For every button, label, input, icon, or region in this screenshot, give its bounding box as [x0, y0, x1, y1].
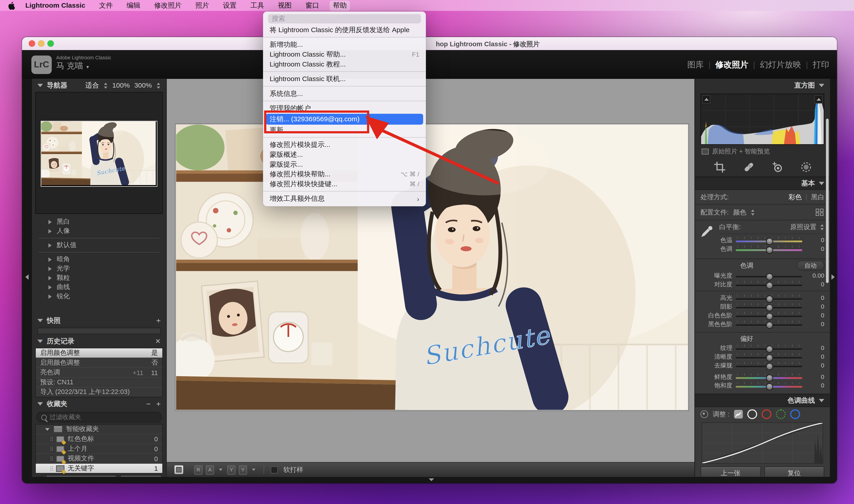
menu-item-help[interactable]: Lightroom Classic 帮助...F1 [263, 50, 426, 59]
menu-item-tutorials[interactable]: Lightroom Classic 教程... [263, 59, 426, 69]
highlight-clipping-indicator[interactable] [815, 95, 823, 103]
preset-item[interactable]: 默认值 [32, 240, 166, 250]
collection-row[interactable]: 红色色标0 [36, 434, 162, 444]
preset-item[interactable]: 暗角 [32, 255, 166, 264]
history-row[interactable]: 启用颜色调整是 [36, 348, 162, 358]
module-print[interactable]: 打印 [813, 60, 829, 70]
blacks-slider[interactable]: 黑色色阶 0 [695, 319, 830, 328]
stepper-icon[interactable] [156, 83, 161, 89]
history-header[interactable]: 历史记录 ✕ [32, 335, 166, 348]
texture-slider[interactable]: 纹理 0 [695, 343, 830, 352]
collections-filter[interactable]: 过滤收藏夹 [36, 412, 162, 422]
paste-settings-button[interactable]: 粘贴 [120, 475, 162, 477]
collections-header[interactable]: 收藏夹 − + [32, 397, 166, 410]
filmstrip-toggle-arrow[interactable] [429, 479, 434, 481]
zoom-fit[interactable]: 适合 [85, 81, 99, 90]
menu-item-online[interactable]: Lightroom Classic 联机... [263, 74, 426, 84]
menubar-item-photo[interactable]: 照片 [192, 0, 213, 11]
stepper-icon[interactable] [103, 83, 108, 89]
previous-button[interactable]: 上一张 [700, 467, 761, 477]
menu-item-sign-out[interactable]: 注销... (329369569@qq.com) [266, 114, 423, 124]
menu-search-field[interactable]: 搜索 [268, 14, 421, 23]
luma-channel-icon[interactable] [747, 409, 757, 419]
menubar-item-settings[interactable]: 设置 [220, 0, 240, 11]
dehaze-slider[interactable]: 去朦胧 0 [695, 361, 830, 370]
red-eye-tool-icon[interactable] [771, 161, 783, 173]
preset-item[interactable]: 锐化 [32, 292, 166, 301]
navigator-header[interactable]: 导航器 适合 100% 300% [32, 79, 166, 92]
menu-item-whats-new[interactable]: 新增功能... [263, 40, 426, 50]
reset-button[interactable]: 复位 [764, 467, 824, 477]
clear-history-button[interactable]: ✕ [155, 337, 161, 345]
zoom-window-button[interactable] [48, 40, 54, 47]
preset-item[interactable]: 曲线 [32, 283, 166, 292]
history-row[interactable]: 启用颜色调整否 [36, 358, 162, 368]
before-after-tb-button[interactable]: Y [227, 465, 236, 474]
targeted-adjust-icon[interactable] [700, 410, 708, 418]
history-row[interactable]: 导入 (2022/3/21 上午12:22:03) [36, 388, 162, 397]
menu-item-module-help[interactable]: 修改照片模块帮助...⌥ ⌘ / [263, 169, 426, 179]
menu-item-mask-tips[interactable]: 蒙版提示... [263, 160, 426, 169]
whites-slider[interactable]: 白色色阶 0 [695, 311, 830, 320]
exposure-slider[interactable]: 曝光度 0.00 [695, 271, 830, 280]
zoom-100[interactable]: 100% [112, 82, 130, 89]
copy-settings-button[interactable]: 拷贝... [46, 475, 117, 477]
stepper-icon[interactable] [820, 224, 824, 230]
minimize-window-button[interactable] [38, 40, 45, 47]
treatment-bw[interactable]: 黑白 [811, 193, 824, 202]
remove-collection-button[interactable]: − [146, 399, 151, 408]
shadows-slider[interactable]: 阴影 0 [695, 302, 830, 311]
histogram[interactable] [700, 94, 824, 145]
menubar-item-help[interactable]: 帮助 [330, 0, 350, 11]
highlights-slider[interactable]: 高光 0 [695, 293, 830, 302]
history-row[interactable]: 亮色调+1111 [36, 368, 162, 378]
contrast-slider[interactable]: 对比度 0 [695, 280, 830, 289]
loupe-view-button[interactable] [174, 465, 183, 474]
tone-curve-plot[interactable] [702, 422, 823, 464]
healing-tool-icon[interactable] [743, 161, 755, 173]
clarity-slider[interactable]: 清晰度 0 [695, 352, 830, 361]
menubar-app-name[interactable]: Lightroom Classic [22, 1, 89, 10]
collection-row[interactable]: 视频文件0 [36, 454, 162, 464]
red-channel-icon[interactable] [762, 409, 771, 419]
add-collection-button[interactable]: + [156, 399, 161, 408]
catalog-name[interactable]: 马 克喵 ▼ [56, 61, 90, 71]
module-slideshow[interactable]: 幻灯片放映 [760, 60, 801, 70]
preset-item[interactable]: 黑白 [32, 217, 166, 227]
vibrance-slider[interactable]: 鲜艳度 0 [695, 372, 830, 381]
chevron-down-icon[interactable] [219, 469, 222, 471]
close-window-button[interactable] [29, 40, 35, 47]
wb-eyedropper-icon[interactable] [699, 225, 714, 239]
histogram-header[interactable]: 直方图 [695, 79, 830, 92]
wb-value[interactable]: 原照设置 [790, 222, 817, 232]
navigator-thumbnail[interactable] [41, 121, 157, 187]
crop-tool-icon[interactable] [713, 161, 726, 173]
temp-slider[interactable]: 色温 0 [695, 236, 830, 245]
shadow-clipping-indicator[interactable] [702, 95, 710, 103]
profile-browser-icon[interactable] [816, 209, 824, 216]
menubar-item-develop[interactable]: 修改照片 [151, 0, 185, 11]
menubar-item-view[interactable]: 视图 [275, 0, 295, 11]
profile-value[interactable]: 颜色 [733, 208, 746, 217]
basic-panel-header[interactable]: 基本 [695, 177, 830, 190]
before-after-tb-button[interactable]: Y [239, 465, 247, 474]
auto-tone-button[interactable]: 自动 [797, 261, 824, 271]
chevron-down-icon[interactable] [252, 469, 255, 471]
navigator-preview[interactable] [35, 92, 163, 214]
menu-item-manage-account[interactable]: 管理我的帐户 [263, 103, 426, 113]
collection-row-selected[interactable]: 无关键字1 [36, 464, 162, 473]
apple-menu-icon[interactable] [7, 1, 15, 10]
menu-item-plugin-extras[interactable]: 增效工具额外信息› [263, 194, 426, 204]
collapse-left-panel-arrow[interactable] [25, 274, 29, 280]
menubar-item-edit[interactable]: 编辑 [123, 0, 144, 11]
tone-curve-header[interactable]: 色调曲线 [695, 394, 830, 407]
point-curve-icon[interactable] [734, 410, 743, 419]
menu-item-feedback[interactable]: 将 Lightroom Classic 的使用反馈发送给 Apple [263, 25, 426, 35]
blue-channel-icon[interactable] [790, 409, 800, 419]
zoom-300[interactable]: 300% [134, 82, 152, 89]
collection-row[interactable]: 上个月0 [36, 444, 162, 454]
menu-item-develop-tips[interactable]: 修改照片模块提示... [263, 140, 426, 150]
photo[interactable] [175, 124, 689, 411]
preset-item[interactable]: 颗粒 [32, 273, 166, 283]
window-titlebar[interactable]: hop Lightroom Classic - 修改照片 [22, 37, 837, 51]
